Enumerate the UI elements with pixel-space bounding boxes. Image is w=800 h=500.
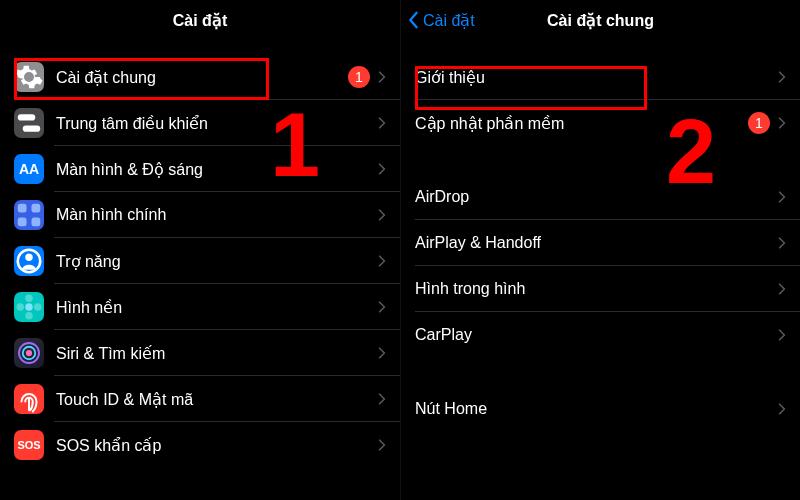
chevron-right-icon [778,282,786,296]
settings-row-display[interactable]: AAMàn hình & Độ sáng [0,146,400,192]
row-label: Hình trong hình [415,280,778,298]
chevron-right-icon [378,438,386,452]
header-title: Cài đặt [173,11,227,30]
svg-rect-3 [32,204,41,213]
settings-row-update[interactable]: Cập nhật phần mềm1 [401,100,800,146]
settings-row-control[interactable]: Trung tâm điều khiển [0,100,400,146]
chevron-right-icon [778,402,786,416]
control-icon [14,108,44,138]
row-label: SOS khẩn cấp [56,436,378,455]
chevron-right-icon [778,70,786,84]
access-icon [14,246,44,276]
settings-root-screen: Cài đặt Cài đặt chung1Trung tâm điều khi… [0,0,400,500]
home-icon [14,200,44,230]
settings-list: Cài đặt chung1Trung tâm điều khiểnAAMàn … [0,40,400,468]
row-label: Trợ năng [56,252,378,271]
settings-row-access[interactable]: Trợ năng [0,238,400,284]
settings-row-sos[interactable]: SOSSOS khẩn cấp [0,422,400,468]
chevron-right-icon [378,392,386,406]
settings-group: AirDropAirPlay & HandoffHình trong hìnhC… [401,174,800,358]
svg-point-7 [25,254,33,262]
header-title: Cài đặt chung [547,11,654,30]
svg-rect-0 [18,114,36,120]
general-list: Giới thiệuCập nhật phần mềm1AirDropAirPl… [401,40,800,432]
settings-row-general[interactable]: Cài đặt chung1 [0,54,400,100]
svg-point-10 [25,312,33,320]
settings-row-touchid[interactable]: Touch ID & Mật mã [0,376,400,422]
settings-general-screen: Cài đặt Cài đặt chung Giới thiệuCập nhật… [400,0,800,500]
svg-point-11 [17,303,25,311]
chevron-right-icon [378,208,386,222]
settings-group: Nút Home [401,386,800,432]
svg-rect-2 [18,204,27,213]
back-button[interactable]: Cài đặt [407,0,475,40]
row-label: Trung tâm điều khiển [56,114,378,133]
row-label: AirDrop [415,188,778,206]
settings-row-siri[interactable]: Siri & Tìm kiếm [0,330,400,376]
touchid-icon [14,384,44,414]
svg-point-15 [26,350,32,356]
settings-row-wallpaper[interactable]: Hình nền [0,284,400,330]
row-label: Hình nền [56,298,378,317]
row-label: Giới thiệu [415,68,778,87]
notification-badge: 1 [748,112,770,134]
chevron-right-icon [378,300,386,314]
settings-group: Giới thiệuCập nhật phần mềm1 [401,54,800,146]
chevron-right-icon [378,254,386,268]
wallpaper-icon [14,292,44,322]
chevron-left-icon [407,11,419,29]
chevron-right-icon [778,116,786,130]
notification-badge: 1 [348,66,370,88]
svg-point-9 [25,295,33,303]
row-label: CarPlay [415,326,778,344]
row-label: Màn hình & Độ sáng [56,160,378,179]
row-label: Nút Home [415,400,778,418]
row-label: Touch ID & Mật mã [56,390,378,409]
siri-icon [14,338,44,368]
settings-row-airplay[interactable]: AirPlay & Handoff [401,220,800,266]
settings-row-carplay[interactable]: CarPlay [401,312,800,358]
settings-row-pip[interactable]: Hình trong hình [401,266,800,312]
row-label: Siri & Tìm kiếm [56,344,378,363]
chevron-right-icon [378,162,386,176]
chevron-right-icon [778,328,786,342]
row-label: Cập nhật phần mềm [415,114,748,133]
header: Cài đặt Cài đặt chung [401,0,800,40]
display-icon: AA [14,154,44,184]
svg-rect-4 [18,218,27,227]
settings-row-homebtn[interactable]: Nút Home [401,386,800,432]
settings-row-home[interactable]: Màn hình chính [0,192,400,238]
row-label: AirPlay & Handoff [415,234,778,252]
chevron-right-icon [378,116,386,130]
svg-point-8 [25,303,33,311]
settings-row-about[interactable]: Giới thiệu [401,54,800,100]
row-label: Màn hình chính [56,206,378,224]
svg-rect-1 [23,126,41,132]
chevron-right-icon [378,346,386,360]
row-label: Cài đặt chung [56,68,348,87]
back-label: Cài đặt [423,11,475,30]
chevron-right-icon [378,70,386,84]
svg-point-12 [34,303,42,311]
general-icon [14,62,44,92]
chevron-right-icon [778,236,786,250]
sos-icon: SOS [14,430,44,460]
settings-row-airdrop[interactable]: AirDrop [401,174,800,220]
header: Cài đặt [0,0,400,40]
svg-rect-5 [32,218,41,227]
chevron-right-icon [778,190,786,204]
